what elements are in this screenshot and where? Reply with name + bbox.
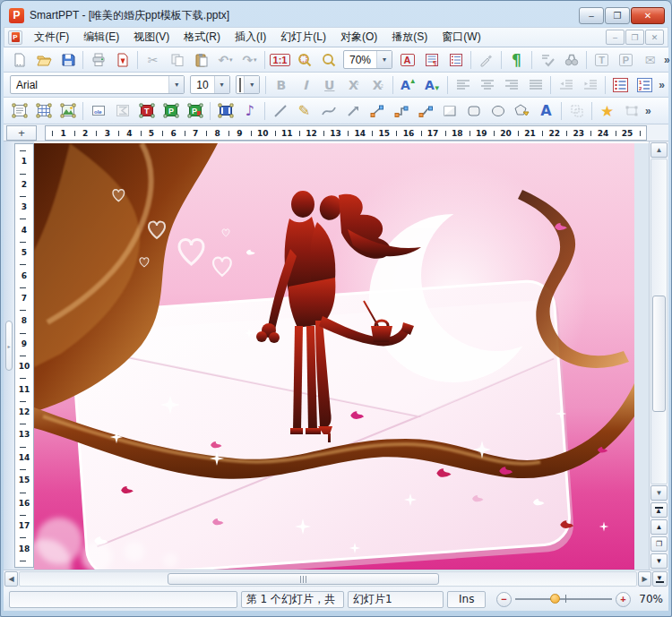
align-center-button[interactable] <box>476 74 498 95</box>
previous-slide-button[interactable]: ▲ <box>650 519 668 535</box>
scroll-up-button[interactable]: ▲ <box>650 142 668 158</box>
favorites-button[interactable]: ★ <box>596 100 618 121</box>
menu-view[interactable]: 视图(V) <box>127 28 176 47</box>
text-properties-button[interactable]: T <box>590 49 613 70</box>
menu-file[interactable]: 文件(F) <box>28 28 75 47</box>
menu-slide[interactable]: 幻灯片(L) <box>274 28 332 47</box>
chevron-down-icon[interactable]: ▾ <box>254 56 257 64</box>
bold-button[interactable]: B <box>270 74 292 95</box>
insert-placeholder-alt-button[interactable]: P <box>184 100 206 121</box>
scroll-right-button[interactable]: ▶ <box>638 571 651 587</box>
h-ruler[interactable]: 1234567891011121314151617181920212223242… <box>45 125 647 141</box>
chevron-down-icon[interactable]: ▾ <box>244 76 259 93</box>
insert-text-frame-button[interactable] <box>8 100 30 121</box>
font-dialog-button[interactable]: A <box>396 49 418 70</box>
mdi-close-button[interactable]: ✕ <box>645 30 664 45</box>
fontwork-button[interactable]: A <box>535 100 557 121</box>
insert-audio-button[interactable]: ♪ <box>238 100 261 121</box>
slide-canvas[interactable] <box>34 141 649 570</box>
edit-points-button[interactable] <box>620 100 642 121</box>
scroll-down-button[interactable]: ▼ <box>650 485 668 501</box>
horizontal-scrollbar[interactable]: ◀ ▶ ▼ <box>4 570 668 587</box>
presentation-properties-button[interactable]: P <box>615 49 637 70</box>
italic-button[interactable]: I <box>294 74 316 95</box>
underline-button[interactable]: U <box>318 74 340 95</box>
actual-size-button[interactable]: 1:1 <box>269 49 291 70</box>
arrow-tool-button[interactable] <box>341 100 364 121</box>
chevron-down-icon[interactable]: ▾ <box>229 56 233 64</box>
menu-format[interactable]: 格式(R) <box>177 28 227 47</box>
vertical-scroll-thumb[interactable] <box>652 296 666 412</box>
zoom-out-button[interactable] <box>317 49 340 70</box>
horizontal-scroll-thumb[interactable] <box>168 573 439 585</box>
paste-button[interactable] <box>190 49 212 70</box>
slide-navigator-button[interactable]: ❐ <box>650 536 668 552</box>
redo-button[interactable]: ↷▾ <box>238 49 261 70</box>
print-button[interactable] <box>87 49 109 70</box>
zoom-combo[interactable]: 70% ▾ <box>343 50 392 69</box>
zoom-slider-track[interactable] <box>515 598 612 600</box>
align-right-button[interactable] <box>500 74 522 95</box>
vertical-scroll-track[interactable] <box>650 159 668 484</box>
document-icon[interactable]: P <box>8 30 22 45</box>
font-size-combo[interactable]: 10 ▾ <box>190 75 229 94</box>
font-name-combo[interactable]: Arial ▾ <box>10 75 185 94</box>
v-ruler[interactable]: 123456789101112131415161718 <box>14 143 34 568</box>
paragraph-dialog-button[interactable]: ¶ <box>420 49 443 70</box>
export-pdf-button[interactable] <box>111 49 134 70</box>
insert-text-art-button[interactable]: T <box>135 100 158 121</box>
title-bar[interactable]: P SmartPPT - [唯美的婚庆ppt模板下载.pptx] – ❐ ✕ <box>4 1 668 27</box>
menu-insert[interactable]: 插入(I) <box>228 28 272 47</box>
spellcheck-button[interactable] <box>536 49 558 70</box>
save-button[interactable] <box>56 49 79 70</box>
first-slide-button[interactable]: ▲ <box>650 502 668 518</box>
formatting-marks-button[interactable]: ¶ <box>505 49 528 70</box>
zoom-slider-thumb[interactable] <box>550 594 560 604</box>
find-button[interactable] <box>560 49 582 70</box>
align-left-button[interactable] <box>452 74 474 95</box>
increase-indent-button[interactable] <box>579 74 601 95</box>
menu-play[interactable]: 播放(S) <box>385 28 434 47</box>
list-dialog-button[interactable] <box>444 49 467 70</box>
next-slide-button[interactable]: ▼ <box>650 553 668 569</box>
format-painter-button[interactable] <box>475 49 497 70</box>
toolbar-overflow-button[interactable]: » <box>645 105 651 117</box>
horizontal-scroll-track[interactable] <box>19 571 637 587</box>
menu-object[interactable]: 对象(O) <box>334 28 383 47</box>
line-tool-button[interactable] <box>269 100 291 121</box>
bullets-button[interactable] <box>609 74 632 95</box>
close-button[interactable]: ✕ <box>631 7 665 24</box>
splitter-handle[interactable]: ▸ <box>5 321 13 371</box>
group-button[interactable] <box>565 100 588 121</box>
toolbar-overflow-button[interactable]: » <box>664 54 670 66</box>
zoom-in-slider-button[interactable]: + <box>616 592 631 607</box>
mdi-minimize-button[interactable]: – <box>606 30 625 45</box>
chevron-down-icon[interactable]: ▾ <box>214 76 229 93</box>
open-button[interactable] <box>32 49 55 70</box>
scroll-left-button[interactable]: ◀ <box>4 571 18 587</box>
insert-formula-button[interactable] <box>111 100 134 121</box>
minimize-button[interactable]: – <box>579 7 604 24</box>
justify-button[interactable] <box>524 74 547 95</box>
restore-button[interactable]: ❐ <box>605 7 630 24</box>
insert-placeholder-button[interactable]: P <box>159 100 182 121</box>
subscript-button[interactable]: X₂ <box>366 74 389 95</box>
chevron-down-icon[interactable]: ▾ <box>168 76 184 93</box>
elbow-connector-button[interactable] <box>390 100 412 121</box>
ruler-origin-button[interactable]: + <box>6 125 37 141</box>
slide-artwork[interactable] <box>34 143 634 570</box>
undo-button[interactable]: ↶▾ <box>214 49 237 70</box>
panel-splitter[interactable]: ▸ <box>4 141 14 570</box>
insert-mode-indicator[interactable]: Ins <box>447 591 486 608</box>
insert-table-frame-button[interactable] <box>32 100 55 121</box>
toolbar-overflow-button[interactable]: » <box>659 79 665 91</box>
curve-tool-button[interactable] <box>317 100 340 121</box>
new-button[interactable] <box>8 49 30 70</box>
connector-tool-button[interactable] <box>366 100 388 121</box>
chevron-down-icon[interactable]: ▾ <box>376 51 392 68</box>
vertical-scrollbar[interactable]: ▲ ▼ ▲ ▲ ❐ ▼ <box>649 141 668 570</box>
copy-button[interactable] <box>166 49 188 70</box>
insert-ole-object-button[interactable]: ole <box>87 100 109 121</box>
send-mail-button[interactable]: ✉ <box>639 49 661 70</box>
menu-edit[interactable]: 编辑(E) <box>77 28 125 47</box>
